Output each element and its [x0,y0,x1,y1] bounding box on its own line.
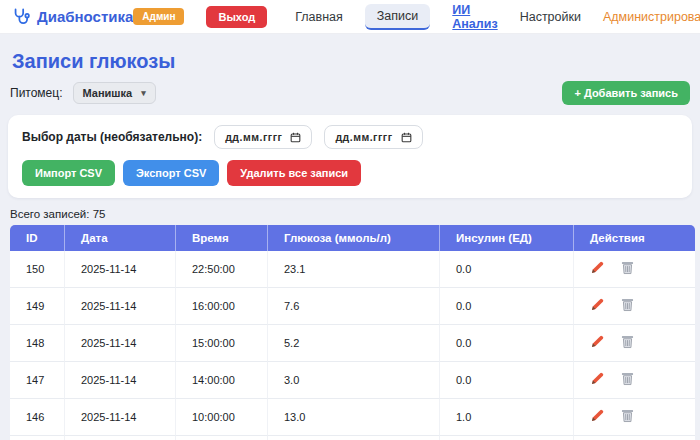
table-header-row: ID Дата Время Глюкоза (ммоль/л) Инсулин … [10,225,695,251]
date-to-input[interactable]: дд.мм.гггг [324,125,422,149]
col-actions: Действия [574,225,695,251]
cell-insulin: 0.0 [440,251,574,288]
cell-id: 146 [10,399,65,436]
cell-date: 2025-11-14 [65,325,176,362]
logout-button[interactable]: Выход [206,6,267,28]
cell-time: 04:00:00 [176,436,268,440]
cell-glucose: 19.1 [268,436,440,440]
table-row: 145 2025-11-14 04:00:00 19.1 0.0 [10,436,695,440]
pencil-icon [590,335,604,349]
total-records: Всего записей: 75 [10,208,690,220]
delete-record-button[interactable] [621,371,634,389]
cell-actions [574,325,695,362]
edit-record-button[interactable] [590,335,604,352]
nav-administration[interactable]: Администрирование [603,10,700,24]
cell-id: 148 [10,325,65,362]
cell-time: 14:00:00 [176,362,268,399]
cell-time: 22:50:00 [176,251,268,288]
date-filter-label: Выбор даты (необязательно): [22,130,202,144]
admin-badge: Админ [133,8,184,25]
trash-icon [621,260,634,275]
main-content: Записи глюкозы Питомец: Манишка ▾ + Доба… [0,50,700,440]
cell-time: 10:00:00 [176,399,268,436]
pencil-icon [590,372,604,386]
edit-record-button[interactable] [590,261,604,278]
date-filter-row: Выбор даты (необязательно): дд.мм.гггг д… [22,125,678,149]
pencil-icon [590,298,604,312]
trash-icon [621,408,634,423]
delete-record-button[interactable] [621,260,634,278]
pencil-icon [590,261,604,275]
cell-glucose: 5.2 [268,325,440,362]
nav-home[interactable]: Главная [295,10,343,24]
records-table: ID Дата Время Глюкоза (ммоль/л) Инсулин … [10,225,695,440]
cell-glucose: 13.0 [268,399,440,436]
cell-id: 145 [10,436,65,440]
export-csv-button[interactable]: Экспорт CSV [123,160,219,186]
cell-glucose: 7.6 [268,288,440,325]
col-glucose: Глюкоза (ммоль/л) [268,225,440,251]
col-id: ID [10,225,65,251]
cell-date: 2025-11-14 [65,251,176,288]
table-row: 148 2025-11-14 15:00:00 5.2 0.0 [10,325,695,362]
table-row: 147 2025-11-14 14:00:00 3.0 0.0 [10,362,695,399]
delete-all-button[interactable]: Удалить все записи [227,160,361,186]
cell-insulin: 0.0 [440,436,574,440]
cell-insulin: 1.0 [440,399,574,436]
pet-label: Питомец: [10,86,63,100]
cell-actions [574,251,695,288]
date-to-placeholder: дд.мм.гггг [335,131,392,143]
trash-icon [621,334,634,349]
cell-actions [574,288,695,325]
date-from-input[interactable]: дд.мм.гггг [214,125,312,149]
nav-records[interactable]: Записи [365,4,431,30]
add-record-button[interactable]: + Добавить запись [562,81,690,105]
cell-id: 150 [10,251,65,288]
cell-actions [574,436,695,440]
csv-actions-row: Импорт CSV Экспорт CSV Удалить все запис… [22,160,678,186]
nav-ai-analysis[interactable]: ИИ Анализ [452,3,497,31]
delete-record-button[interactable] [621,297,634,315]
col-time: Время [176,225,268,251]
pet-selector-row: Питомец: Манишка ▾ + Добавить запись [10,81,690,105]
cell-id: 147 [10,362,65,399]
nav-settings[interactable]: Настройки [520,10,581,24]
cell-actions [574,362,695,399]
cell-time: 15:00:00 [176,325,268,362]
edit-record-button[interactable] [590,298,604,315]
page-title: Записи глюкозы [12,50,688,73]
calendar-icon[interactable] [290,132,301,143]
calendar-icon[interactable] [401,132,412,143]
trash-icon [621,297,634,312]
table-row: 149 2025-11-14 16:00:00 7.6 0.0 [10,288,695,325]
edit-record-button[interactable] [590,409,604,426]
edit-record-button[interactable] [590,372,604,389]
cell-insulin: 0.0 [440,325,574,362]
brand-name: Диабностика [37,8,133,25]
stethoscope-icon [12,7,31,26]
cell-date: 2025-11-14 [65,362,176,399]
col-insulin: Инсулин (ЕД) [440,225,574,251]
table-row: 150 2025-11-14 22:50:00 23.1 0.0 [10,251,695,288]
delete-record-button[interactable] [621,334,634,352]
col-date: Дата [65,225,176,251]
cell-insulin: 0.0 [440,288,574,325]
table-row: 146 2025-11-14 10:00:00 13.0 1.0 [10,399,695,436]
pet-select[interactable]: Манишка ▾ [73,82,156,104]
pencil-icon [590,409,604,423]
date-from-placeholder: дд.мм.гггг [225,131,282,143]
delete-record-button[interactable] [621,408,634,426]
cell-glucose: 3.0 [268,362,440,399]
topbar: Диабностика Админ Выход Главная Записи И… [0,0,700,34]
cell-glucose: 23.1 [268,251,440,288]
cell-insulin: 0.0 [440,362,574,399]
chevron-down-icon: ▾ [141,88,146,98]
import-csv-button[interactable]: Импорт CSV [22,160,115,186]
cell-date: 2025-11-14 [65,436,176,440]
brand[interactable]: Диабностика [12,7,133,26]
cell-time: 16:00:00 [176,288,268,325]
cell-date: 2025-11-14 [65,399,176,436]
pet-select-value: Манишка [83,87,133,99]
trash-icon [621,371,634,386]
cell-date: 2025-11-14 [65,288,176,325]
